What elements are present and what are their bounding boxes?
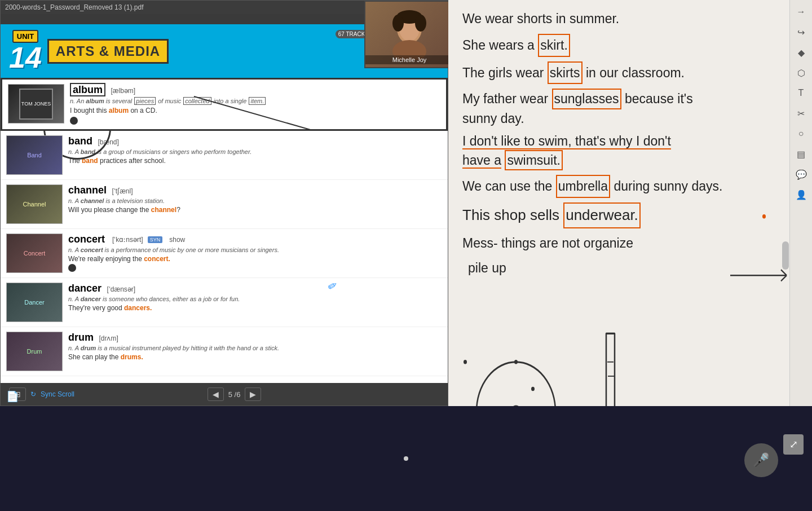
bullet-dot [70,117,78,125]
sync-scroll-label: Sync Scroll [41,390,74,398]
wb-underline-swim: I don't like to swim, that's why I don't [462,134,671,149]
wb-box-umbrella: umbrella [556,175,610,198]
vocab-entry-concert: Concert concert [ˈkɑːnsərt] SYN show n. … [1,229,448,278]
wb-line-pile: pile up [468,258,798,279]
tool-eraser[interactable]: ⬡ [792,64,810,82]
syn-badge-concert: SYN [148,236,163,243]
tool-circle[interactable]: ○ [792,125,810,143]
webcam-overlay: Michelle Joy [364,1,454,68]
mic-icon: 🎤 [753,452,770,468]
wb-line-umbrella: We can use the umbrella during sunny day… [462,175,798,198]
wb-box-skirts: skirts [548,61,582,85]
pdf-page-nav: ◀ 5 /6 ▶ [208,387,262,401]
vocab-word-album: album [70,83,105,96]
pdf-content: UNIT 14 ARTS & MEDIA 67 TRACK 68 TRACK [1,14,448,383]
vocab-text-band: band [bænd] n. A band is a group of musi… [68,135,442,165]
vocab-text-drum: drum [drʌm] n. A drum is a musical instr… [68,332,442,361]
vocab-text-concert: concert [ˈkɑːnsərt] SYN show n. A concer… [68,234,442,272]
vocab-phonetic-album: [ælbəm] [111,87,135,95]
page-indicator [404,456,408,461]
vocab-pos-drum: n. A drum is a musical instrument played… [68,345,442,351]
vocab-word-band: band [68,135,92,147]
wb-line-sunglasses: My father wear sunglasses because it'ssu… [462,89,798,127]
wb-underline-have: have a [462,153,501,169]
vocab-pos-dancer: n. A dancer is someone who dances, eithe… [68,296,442,302]
whiteboard-content: We wear shorts in summer. She wears a sk… [448,0,812,406]
tool-user[interactable]: 👤 [792,186,810,204]
vocab-example-drum: She can play the drums. [68,353,442,361]
wb-box-skirt: skirt. [538,34,570,57]
vocab-phonetic-dancer: [ˈdænsər] [107,285,135,293]
tool-chat[interactable]: 💬 [792,165,810,183]
pdf-navbar-left: ⊞ ↻ Sync Scroll [9,387,74,401]
vocab-example-album: I bought this album on a CD. [70,107,440,114]
vocab-phonetic-band: [bænd] [98,138,118,146]
page-dot-1 [404,456,408,461]
vocab-phonetic-drum: [drʌm] [99,334,118,342]
vocab-entry-drum: Drum drum [drʌm] n. A drum is a musical … [1,327,448,376]
vocab-entry-channel: Channel channel [ˈtʃænl] n. A channel is… [1,180,448,229]
tool-layers[interactable]: ▤ [792,145,810,163]
wb-line-swimsuit: I don't like to swim, that's why I don't… [462,132,798,170]
vocab-pos-album: n. An album is several pieces of music c… [70,97,440,105]
svg-point-6 [415,15,426,32]
prev-page-btn[interactable]: ◀ [208,387,224,401]
vocab-text-dancer: dancer [ˈdænsər] n. A dancer is someone … [68,283,442,312]
vocab-word-channel: channel [68,184,107,196]
vocab-phonetic-channel: [ˈtʃænl] [112,187,133,195]
pdf-title: 2000-words-1_Password_Removed 13 (1).pdf [5,3,143,11]
person-silhouette [381,9,438,60]
vocab-word-concert: concert [68,234,105,245]
vocab-example-channel: Will you please change the channel? [68,206,442,214]
zoom-button[interactable]: ⤢ [783,434,804,455]
vocab-word-dancer: dancer [68,283,102,294]
next-page-btn[interactable]: ▶ [245,387,261,401]
vocab-image-band: Band [6,135,63,175]
vocab-entry-dancer: Dancer dancer [ˈdænsər] n. A dancer is s… [1,278,448,327]
wb-line-shorts: We wear shorts in summer. [462,8,798,29]
vocab-text-album: album [ælbəm] n. An album is several pie… [70,84,440,125]
vocab-pos-concert: n. A concert is a performance of music b… [68,246,442,253]
bullet-dot-2 [68,264,76,272]
pdf-navbar: ⊞ ↻ Sync Scroll ◀ 5 /6 ▶ [1,383,448,406]
tool-scissors[interactable]: ✂ [792,104,810,122]
vocab-entry-album: TOM JONES album [ælbəm] n. An album is s… [1,78,448,131]
vocab-pos-band: n. A band is a group of musicians or sin… [68,148,442,155]
vocab-image-concert: Concert [6,234,63,273]
svg-point-5 [392,15,404,32]
sync-scroll-btn[interactable]: ↻ [30,390,36,398]
syn-word-concert: show [169,236,185,244]
unit-number: 14 [9,43,42,72]
tool-arrow-curved[interactable]: ↪ [792,23,810,41]
wb-box-sunglasses: sunglasses [552,89,621,109]
wb-line-girls-skirts: The girls wear skirts in our classroom. [462,61,798,85]
microphone-button[interactable]: 🎤 [744,443,778,477]
vocab-example-concert: We're really enjoying the concert. [68,255,442,263]
wb-box-underwear: underwear. [563,202,641,228]
wb-line-skirt: She wears a skirt. [462,34,798,57]
vocab-example-band: The band practices after school. [68,157,442,165]
unit-title: ARTS & MEDIA [47,39,169,64]
scroll-handle[interactable] [782,241,789,270]
unit-label: UNIT 14 [9,30,42,72]
tool-arrow-right[interactable]: → [792,3,810,21]
vocab-image-dancer: Dancer [6,283,63,322]
tool-text[interactable]: T [792,84,810,102]
wb-line-mess: Mess- things are not organize [462,233,798,254]
track-badge-1: 67 TRACK [336,30,368,38]
bottom-bar [0,406,812,511]
vocab-list: TOM JONES album [ælbəm] n. An album is s… [1,78,448,376]
vocab-entry-band: Band band [bænd] n. A band is a group of… [1,131,448,180]
vocab-image-drum: Drum [6,332,63,371]
vocab-example-dancer: They're very good dancers. [68,304,442,312]
tool-diamond[interactable]: ◆ [792,43,810,61]
vocab-image-channel: Channel [6,184,63,224]
webcam-label: Michelle Joy [365,55,453,64]
pdf-icon: 📄 [6,390,19,403]
wb-line-underwear: This shop sells underwear. [462,202,798,228]
vocab-pos-channel: n. A channel is a television station. [68,197,442,204]
page-info: 5 /6 [228,390,241,399]
vocab-phonetic-concert: [ˈkɑːnsərt] [112,236,143,244]
vocab-image-album: TOM JONES [8,84,64,124]
vocab-text-channel: channel [ˈtʃænl] n. A channel is a telev… [68,184,442,214]
